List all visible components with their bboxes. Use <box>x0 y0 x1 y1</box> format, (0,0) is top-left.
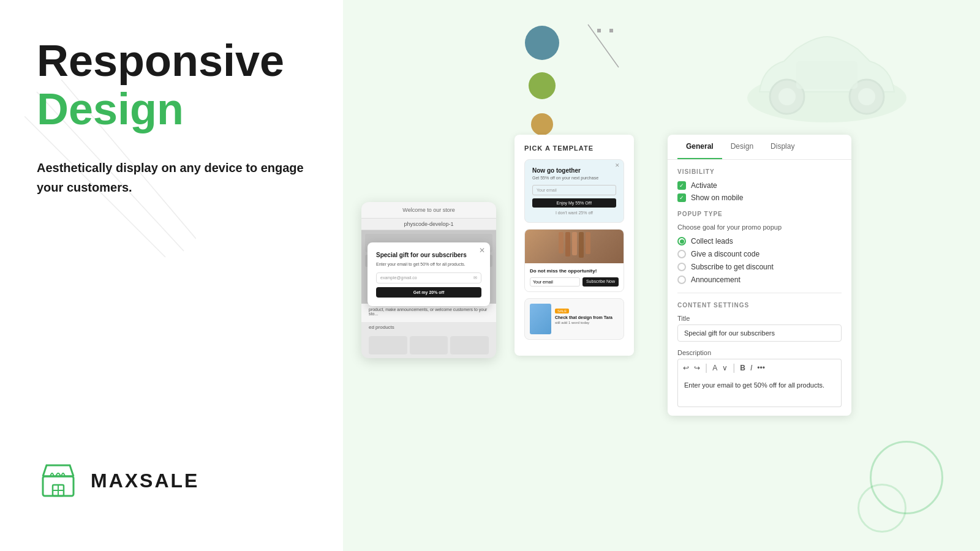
svg-rect-13 <box>609 29 613 32</box>
mobile-preview-card: Welcome to our store physcode-develop-1 … <box>361 202 496 358</box>
template-1-link[interactable]: I don't want 25% off <box>532 211 616 215</box>
title-field-input[interactable] <box>677 324 842 342</box>
template-1-title: Now go together <box>532 167 616 174</box>
template-1-inner: ✕ Now go together Get 55% off on your ne… <box>525 160 624 222</box>
template-2-email-input[interactable]: Your email <box>530 277 580 287</box>
template-item-2[interactable]: Do not miss the opportunity! Your email … <box>524 229 624 292</box>
svg-rect-19 <box>796 61 858 89</box>
radio-discount-code-label: Give a discount code <box>691 250 760 258</box>
settings-tabs: General Design Display <box>668 135 851 160</box>
mobile-popup-title: Special gift for our subscribers <box>376 251 481 259</box>
template-3-description: still add 1 word today <box>555 321 619 326</box>
template-2-form-row: Your email Subscribe Now <box>530 277 619 287</box>
activate-checkbox[interactable] <box>677 181 686 190</box>
radio-collect-leads[interactable]: Collect leads <box>677 237 842 246</box>
editor-toolbar: ↩ ↪ | A ∨ | B I ••• <box>677 359 842 377</box>
hero-title-responsive: Responsive <box>37 37 318 85</box>
popup-type-description: Choose goal for your promo popup <box>677 223 842 231</box>
radio-announcement[interactable]: Announcement <box>677 276 842 284</box>
more-options-icon[interactable]: ••• <box>757 364 765 372</box>
radio-announcement-button[interactable] <box>677 276 686 284</box>
template-2-body: Do not miss the opportunity! Your email … <box>525 263 624 291</box>
template-panel-title: PICK A TEMPLATE <box>524 144 624 152</box>
italic-icon[interactable]: I <box>750 364 752 372</box>
radio-subscribe-discount-label: Subscribe to get discount <box>691 263 774 271</box>
chevron-down-icon[interactable]: ∨ <box>722 364 728 372</box>
show-mobile-label: Show on mobile <box>691 193 743 202</box>
mobile-footer-text: product, make announcements, or welcome … <box>361 304 496 322</box>
settings-divider <box>677 293 842 293</box>
template-2-image <box>525 230 624 263</box>
template-3-body: SALE Check that design from Tara still a… <box>525 299 624 339</box>
redo-icon[interactable]: ↪ <box>694 364 700 372</box>
template-picker-panel: PICK A TEMPLATE ✕ Now go together Get 55… <box>514 135 634 356</box>
mobile-popup-description: Enter your email to get 50% off for all … <box>376 261 481 268</box>
template-2-button[interactable]: Subscribe Now <box>582 277 619 287</box>
hero-title-design: Design <box>37 85 318 133</box>
bold-icon[interactable]: B <box>740 364 745 372</box>
hero-section: Responsive Design Aesthetically display … <box>37 37 318 197</box>
radio-discount-code[interactable]: Give a discount code <box>677 250 842 258</box>
content-settings-title: CONTENT SETTINGS <box>677 302 842 309</box>
mobile-top-bar: Welcome to our store <box>361 202 496 219</box>
email-placeholder: example@gmail.co <box>380 276 417 280</box>
car-decoration <box>735 6 919 131</box>
hero-subtitle: Aesthetically display on any device to e… <box>37 158 318 197</box>
svg-point-8 <box>525 26 559 60</box>
bottom-deco-circle-2 <box>858 484 907 533</box>
mobile-store-name: physcode-develop-1 <box>361 219 496 230</box>
svg-point-9 <box>529 72 556 99</box>
undo-icon[interactable]: ↩ <box>683 364 689 372</box>
mobile-popup-button[interactable]: Get my 20% off <box>376 287 481 298</box>
tab-general[interactable]: General <box>677 135 722 159</box>
logo-area: MAXSALE <box>37 459 199 502</box>
deco-diagonal <box>564 21 625 73</box>
popup-close-icon[interactable]: ✕ <box>479 246 485 255</box>
radio-collect-leads-button[interactable] <box>677 237 686 246</box>
svg-rect-12 <box>597 29 601 32</box>
text-color-icon[interactable]: A <box>712 364 717 372</box>
mobile-content-area: ✕ Special gift for our subscribers Enter… <box>361 230 496 304</box>
radio-collect-leads-inner <box>680 239 684 244</box>
template-3-title: Check that design from Tara <box>555 315 619 320</box>
tab-display[interactable]: Display <box>762 135 803 159</box>
settings-panel: General Design Display VISIBILITY Activa… <box>668 135 851 416</box>
template-3-product-image <box>530 304 551 334</box>
toolbar-separator-1: | <box>705 362 707 373</box>
template-1-button[interactable]: Enjoy My 55% Off! <box>532 198 616 208</box>
mobile-bottom-label: ed products <box>361 322 496 332</box>
logo-text: MAXSALE <box>91 470 199 492</box>
toolbar-separator-2: | <box>733 362 735 373</box>
mobile-product-grid <box>361 332 496 358</box>
template-1-email-input[interactable]: Your email <box>532 185 616 195</box>
description-editor[interactable]: Enter your email to get 50% off for all … <box>677 377 842 407</box>
template-1-subtitle: Get 55% off on your next purchase <box>532 176 616 180</box>
template-3-badge: SALE <box>555 309 569 313</box>
tab-design[interactable]: Design <box>722 135 762 159</box>
visibility-section-title: VISIBILITY <box>677 168 842 175</box>
email-icon: ✉ <box>473 276 477 280</box>
svg-point-10 <box>531 113 553 135</box>
radio-announcement-label: Announcement <box>691 276 741 284</box>
template-1-close-icon[interactable]: ✕ <box>615 162 620 168</box>
radio-subscribe-discount-button[interactable] <box>677 263 686 271</box>
activate-label: Activate <box>691 181 717 190</box>
radio-collect-leads-label: Collect leads <box>691 237 733 246</box>
template-3-content: SALE Check that design from Tara still a… <box>555 304 619 334</box>
radio-discount-code-button[interactable] <box>677 250 686 258</box>
show-mobile-checkbox-row: Show on mobile <box>677 193 842 202</box>
description-field-label: Description <box>677 349 842 356</box>
settings-body: VISIBILITY Activate Show on mobile POPUP… <box>668 160 851 416</box>
template-item-1[interactable]: ✕ Now go together Get 55% off on your ne… <box>524 159 624 223</box>
store-icon <box>37 459 80 502</box>
svg-point-18 <box>858 88 875 105</box>
template-item-3[interactable]: SALE Check that design from Tara still a… <box>524 298 624 340</box>
mobile-popup: ✕ Special gift for our subscribers Enter… <box>368 242 490 306</box>
show-mobile-checkbox[interactable] <box>677 193 686 202</box>
template-2-title: Do not miss the opportunity! <box>530 268 619 274</box>
activate-checkbox-row: Activate <box>677 181 842 190</box>
svg-line-11 <box>588 24 619 67</box>
radio-subscribe-discount[interactable]: Subscribe to get discount <box>677 263 842 271</box>
mobile-popup-email-input[interactable]: example@gmail.co ✉ <box>376 272 481 283</box>
title-field-label: Title <box>677 315 842 322</box>
